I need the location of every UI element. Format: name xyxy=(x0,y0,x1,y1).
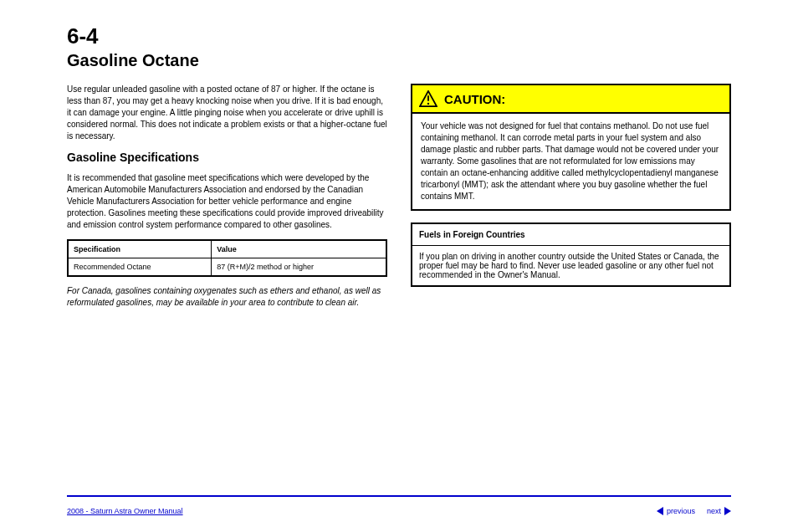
triangle-right-icon xyxy=(724,507,731,515)
foreign-fuel-table: Fuels in Foreign Countries If you plan o… xyxy=(411,223,731,287)
table-cell: If you plan on driving in another countr… xyxy=(412,246,730,287)
table-header-cell: Value xyxy=(212,240,386,258)
section-title: Gasoline Octane xyxy=(67,51,731,70)
table-cell: Recommended Octane xyxy=(68,258,212,277)
right-column: CAUTION: Your vehicle was not designed f… xyxy=(411,84,731,309)
octane-spec-table: Specification Value Recommended Octane 8… xyxy=(67,239,387,277)
page-nav: previous next xyxy=(657,507,731,515)
caution-header: CAUTION: xyxy=(412,85,729,114)
svg-point-1 xyxy=(427,103,429,105)
content-columns: Use regular unleaded gasoline with a pos… xyxy=(67,84,731,309)
subsection-heading: Gasoline Specifications xyxy=(67,151,387,164)
table-header-row: Fuels in Foreign Countries xyxy=(412,223,730,246)
next-label: next xyxy=(707,507,721,515)
prev-label: previous xyxy=(667,507,695,515)
table-header-cell: Fuels in Foreign Countries xyxy=(412,223,730,246)
italic-note: For Canada, gasolines containing oxygena… xyxy=(67,285,387,309)
table-row: If you plan on driving in another countr… xyxy=(412,246,730,287)
section-number: 6-4 xyxy=(67,23,731,49)
body-paragraph: It is recommended that gasoline meet spe… xyxy=(67,172,387,231)
next-page-button[interactable]: next xyxy=(707,507,731,515)
prev-page-button[interactable]: previous xyxy=(657,507,695,515)
warning-triangle-icon xyxy=(419,90,437,107)
table-header-row: Specification Value xyxy=(68,240,386,258)
caution-body: Your vehicle was not designed for fuel t… xyxy=(412,114,729,209)
left-column: Use regular unleaded gasoline with a pos… xyxy=(67,84,387,309)
caution-label: CAUTION: xyxy=(444,92,505,106)
footer-divider xyxy=(67,495,731,497)
document-page: 6-4 Gasoline Octane Use regular unleaded… xyxy=(0,0,798,532)
body-paragraph: Use regular unleaded gasoline with a pos… xyxy=(67,84,387,142)
triangle-left-icon xyxy=(657,507,663,515)
table-header-cell: Specification xyxy=(68,240,212,258)
manual-title-link[interactable]: 2008 - Saturn Astra Owner Manual xyxy=(67,507,183,515)
table-row: Recommended Octane 87 (R+M)/2 method or … xyxy=(68,258,386,277)
page-footer: 2008 - Saturn Astra Owner Manual previou… xyxy=(67,507,731,515)
caution-box: CAUTION: Your vehicle was not designed f… xyxy=(411,84,731,211)
table-cell: 87 (R+M)/2 method or higher xyxy=(212,258,386,277)
